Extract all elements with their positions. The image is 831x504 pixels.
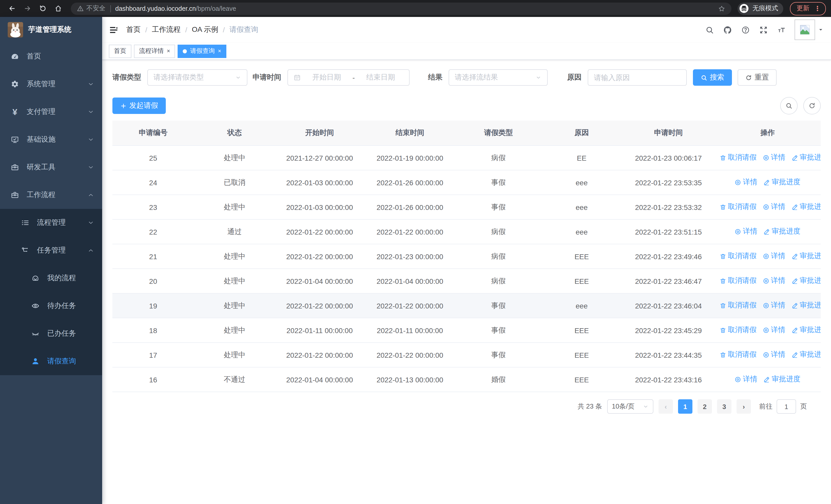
browser-update-button[interactable]: 更新 ⋮: [790, 2, 826, 15]
app-title: 芋道管理系统: [28, 25, 71, 34]
toolbox-icon: [10, 163, 20, 172]
action-detail-link[interactable]: 详情: [763, 276, 785, 286]
action-detail-link[interactable]: 详情: [763, 252, 785, 261]
sidebar-item-1[interactable]: 首页: [0, 42, 102, 70]
close-icon[interactable]: ×: [167, 48, 170, 54]
address-bar[interactable]: 不安全 dashboard.yudao.iocoder.cn /bpm/oa/l…: [71, 2, 732, 14]
sidebar-item-12[interactable]: 请假查询: [0, 348, 102, 375]
action-progress-link[interactable]: 审批进度: [764, 375, 800, 384]
action-progress-link[interactable]: 审批进度: [792, 350, 821, 359]
search-button[interactable]: 搜索: [693, 69, 732, 86]
github-icon[interactable]: [723, 25, 732, 34]
action-cancel-link[interactable]: 取消请假: [720, 301, 756, 310]
action-cancel-link[interactable]: 取消请假: [720, 276, 756, 286]
reason-input[interactable]: [594, 73, 681, 82]
close-icon[interactable]: ×: [218, 48, 221, 54]
action-cancel-link[interactable]: 取消请假: [720, 203, 756, 212]
not-secure-indicator[interactable]: 不安全: [77, 4, 106, 13]
sidebar-item-6[interactable]: 工作流程: [0, 181, 102, 209]
chevron-down-icon: [535, 75, 542, 81]
cell-id: 17: [112, 343, 194, 367]
action-detail-link[interactable]: 详情: [735, 178, 757, 187]
prev-page-button[interactable]: ‹: [659, 399, 673, 414]
page-content: 请假类型 请选择请假类型 申请时间 开始日期 - 结束日期: [102, 60, 831, 504]
chevron-down-icon: [88, 109, 94, 115]
cell-actions: 详情审批进度: [715, 367, 821, 392]
breadcrumb-item-2[interactable]: 工作流程: [152, 25, 181, 34]
action-cancel-link[interactable]: 取消请假: [720, 326, 756, 335]
page-size-select[interactable]: 10条/页: [607, 399, 653, 414]
leave-type-select[interactable]: 请选择请假类型: [147, 69, 248, 86]
result-select[interactable]: 请选择流结果: [449, 69, 548, 86]
action-progress-link[interactable]: 审批进度: [792, 153, 821, 162]
tag-view-tab-1[interactable]: 首页: [109, 45, 132, 58]
action-progress-link[interactable]: 审批进度: [792, 326, 821, 335]
fullscreen-icon[interactable]: [758, 25, 768, 34]
action-cancel-link[interactable]: 取消请假: [720, 153, 756, 162]
sidebar-item-5[interactable]: 研发工具: [0, 153, 102, 181]
sidebar-item-4[interactable]: 基础设施: [0, 126, 102, 153]
cell-actions: 详情审批进度: [715, 219, 821, 244]
browser-reload-icon[interactable]: [36, 2, 49, 15]
bookmark-star-icon[interactable]: [718, 5, 725, 12]
next-page-button[interactable]: ›: [737, 399, 751, 414]
action-detail-link[interactable]: 详情: [763, 350, 785, 359]
trash-icon: [720, 204, 726, 210]
table-row: 24已取消2022-01-03 00:00:002022-01-26 00:00…: [112, 170, 821, 195]
sidebar-item-8[interactable]: 任务管理: [0, 237, 102, 264]
sidebar-item-2[interactable]: 系统管理: [0, 70, 102, 98]
browser-forward-icon[interactable]: [21, 2, 34, 15]
action-label: 详情: [771, 203, 785, 212]
reset-button[interactable]: 重置: [738, 69, 777, 86]
sidebar-item-3[interactable]: ¥支付管理: [0, 98, 102, 126]
user-avatar[interactable]: [795, 20, 823, 40]
browser-home-icon[interactable]: [51, 2, 65, 15]
browser-back-icon[interactable]: [5, 2, 19, 15]
browser-menu-icon[interactable]: ⋮: [814, 5, 821, 12]
sidebar-item-7[interactable]: 流程管理: [0, 209, 102, 237]
search-icon[interactable]: [705, 25, 714, 34]
apply-time-range-picker[interactable]: 开始日期 - 结束日期: [287, 69, 409, 86]
action-progress-link[interactable]: 审批进度: [792, 252, 821, 261]
sidebar-item-10[interactable]: 待办任务: [0, 292, 102, 320]
tag-view-tab-2[interactable]: 流程详情×: [134, 45, 175, 58]
page-button-2[interactable]: 2: [697, 399, 712, 414]
pen-icon: [764, 376, 770, 383]
breadcrumb-item-1[interactable]: 首页: [126, 25, 141, 34]
action-cancel-link[interactable]: 取消请假: [720, 252, 756, 261]
font-size-icon[interactable]: [777, 25, 786, 34]
cell-reason: eee: [541, 170, 622, 195]
sidebar-item-11[interactable]: 已办任务: [0, 320, 102, 348]
action-detail-link[interactable]: 详情: [763, 326, 785, 335]
action-detail-link[interactable]: 详情: [763, 203, 785, 212]
action-detail-link[interactable]: 详情: [763, 301, 785, 310]
refresh-table-button[interactable]: [803, 97, 821, 114]
action-progress-link[interactable]: 审批进度: [792, 203, 821, 212]
action-progress-link[interactable]: 审批进度: [792, 276, 821, 286]
goto-page-input[interactable]: [777, 399, 796, 414]
total-count: 共 23 条: [578, 402, 602, 411]
sidebar-item-9[interactable]: 我的流程: [0, 264, 102, 292]
sidebar-item-label: 支付管理: [27, 107, 88, 117]
toggle-search-button[interactable]: [780, 97, 798, 114]
help-icon[interactable]: [741, 25, 750, 34]
breadcrumb-item-3[interactable]: OA 示例: [192, 25, 219, 34]
create-leave-button[interactable]: 发起请假: [112, 97, 166, 114]
action-progress-link[interactable]: 审批进度: [792, 301, 821, 310]
action-progress-link[interactable]: 审批进度: [764, 178, 800, 187]
cell-start: 2022-01-22 00:00:00: [276, 244, 364, 269]
action-detail-link[interactable]: 详情: [763, 153, 785, 162]
cell-status: 处理中: [194, 293, 275, 318]
cell-end: 2022-01-23 00:00:00: [364, 244, 456, 269]
action-label: 详情: [771, 252, 785, 261]
app-logo[interactable]: 芋道管理系统: [0, 17, 102, 42]
action-cancel-link[interactable]: 取消请假: [720, 350, 756, 359]
action-detail-link[interactable]: 详情: [735, 227, 757, 236]
tag-view-tab-3[interactable]: 请假查询×: [178, 45, 226, 58]
action-detail-link[interactable]: 详情: [735, 375, 757, 384]
page-button-3[interactable]: 3: [717, 399, 732, 414]
cell-end: 2022-01-11 00:00:00: [364, 318, 456, 343]
sidebar-collapse-icon[interactable]: [109, 25, 119, 35]
action-progress-link[interactable]: 审批进度: [764, 227, 800, 236]
page-button-1[interactable]: 1: [678, 399, 692, 414]
